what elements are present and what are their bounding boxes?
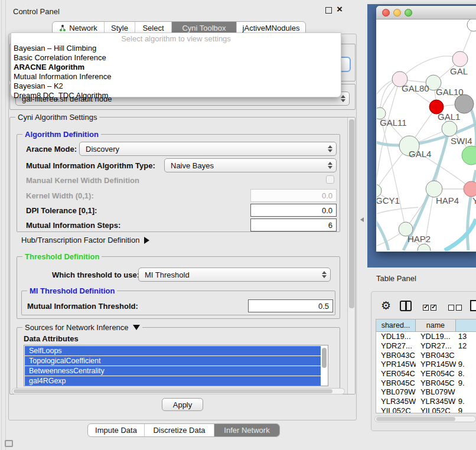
menu-item-dream8[interactable]: Dream8 DC_TDC Algorithm — [13, 91, 339, 100]
table-row[interactable]: YER054CYER054C8. — [376, 369, 476, 379]
left-gutter-line — [5, 0, 6, 450]
unselect-all-columns-icon[interactable] — [448, 302, 464, 313]
tab-label: Impute Data — [95, 426, 137, 435]
close-panel-icon[interactable]: × — [337, 4, 343, 15]
tab-label: Select — [142, 24, 164, 32]
close-window-icon[interactable] — [382, 9, 390, 17]
sources-title: Sources for Network Inference — [25, 323, 129, 332]
combo-arrows-icon — [322, 268, 327, 281]
tab-label: jActiveMNodules — [243, 24, 300, 32]
menu-item-basic-correlation[interactable]: Basic Correlation Inference — [13, 53, 339, 62]
table-row[interactable]: YPR145WYPR145W9. — [376, 360, 476, 369]
gear-icon[interactable]: ⚙ — [381, 299, 391, 312]
network-view-window: GAL GAL80 GAL10 GAL1 GAL11 SWI4 GAL4 GCY… — [376, 6, 476, 252]
sources-expander[interactable]: Sources for Network Inference — [22, 323, 142, 332]
data-attributes-label: Data Attributes — [24, 334, 79, 343]
node-unlabeled-bottom[interactable] — [418, 244, 431, 251]
which-threshold-combo[interactable]: MI Threshold — [138, 268, 331, 282]
manual-kernel-width-checkbox[interactable] — [326, 175, 334, 184]
manual-kernel-width-label: Manual Kernel Width Definition — [26, 176, 139, 185]
settings-scrollbar[interactable] — [347, 118, 355, 394]
network-canvas[interactable]: GAL GAL80 GAL10 GAL1 GAL11 SWI4 GAL4 GCY… — [377, 19, 476, 251]
mi-algorithm-type-value: Naive Bayes — [171, 161, 214, 170]
table-row[interactable]: YDL19...YDL19...13 — [376, 332, 476, 341]
node-label: GCY1 — [377, 195, 400, 206]
settings-hscrollbar-thumb[interactable] — [14, 389, 332, 393]
kernel-width-field[interactable]: 0.0 — [250, 189, 337, 202]
column-header-shared[interactable]: shared... — [376, 319, 416, 331]
aracne-mode-value: Discovery — [86, 145, 119, 154]
minimize-window-icon[interactable] — [393, 9, 401, 17]
which-threshold-value: MI Threshold — [145, 270, 190, 279]
node-label: GAL11 — [380, 118, 407, 128]
tab-label: Discretize Data — [153, 426, 205, 435]
zoom-window-icon[interactable] — [405, 9, 412, 17]
node-swi4[interactable] — [442, 121, 457, 136]
node-label: GAL10 — [436, 87, 464, 97]
apply-button[interactable]: Apply — [162, 398, 203, 411]
application-window: Control Panel × Network Style Select Cyn… — [0, 0, 476, 450]
data-attributes-list: SelfLoops TopologicalCoefficient Between… — [24, 345, 328, 386]
splitter-collapse-icon[interactable] — [360, 217, 364, 222]
table-row[interactable]: YBL079WYBL079W — [376, 387, 476, 397]
select-all-columns-icon[interactable] — [423, 302, 438, 313]
node-unlabeled-top[interactable] — [467, 19, 476, 31]
kernel-width-label: Kernel Width (0,1): — [26, 191, 94, 200]
dpi-tolerance-field[interactable]: 0.0 — [250, 204, 337, 217]
mi-threshold-label: Mutual Information Threshold: — [27, 302, 138, 311]
table-row[interactable]: YBR043CYBR043C — [376, 350, 476, 360]
table-row[interactable]: YIL052CYIL052C9 — [376, 406, 476, 414]
list-item-selfloops[interactable]: SelfLoops — [25, 346, 321, 356]
algorithm-combo-placeholder: Select algorithm to view settings — [11, 34, 341, 43]
tab-label: Cyni Toolbox — [182, 24, 226, 32]
mi-steps-field[interactable]: 6 — [250, 219, 337, 231]
list-item-topologicalcoefficient[interactable]: TopologicalCoefficient — [25, 356, 321, 366]
hub-transcription-expander[interactable]: Hub/Transcription Factor Definition — [21, 236, 149, 244]
combo-arrows-icon — [328, 159, 332, 172]
list-item-gal4rgexp[interactable]: gal4RGexp — [25, 376, 321, 386]
node-unlabeled-green[interactable] — [462, 146, 476, 165]
network-bright-edge — [445, 219, 476, 250]
list-item-betweennesscentrality[interactable]: BetweennessCentrality — [25, 366, 321, 376]
minimized-panel-icon[interactable] — [5, 440, 13, 447]
tab-label: Infer Network — [224, 426, 269, 435]
menu-item-bayesian-k2[interactable]: Bayesian – K2 — [13, 81, 339, 90]
node-label: GAL — [450, 66, 468, 76]
mi-threshold-field[interactable]: 0.5 — [248, 299, 333, 312]
aracne-mode-combo[interactable]: Discovery — [79, 142, 337, 156]
table-row[interactable]: YDR27...YDR27...12 — [376, 341, 476, 351]
node-gal[interactable] — [452, 51, 468, 67]
table-hscrollbar-thumb[interactable] — [376, 417, 455, 421]
mi-steps-label: Mutual Information Steps: — [26, 221, 120, 230]
tab-discretize-data[interactable]: Discretize Data — [145, 424, 214, 436]
expander-down-icon — [133, 325, 140, 330]
menu-item-bayesian-hill-climbing[interactable]: Bayesian – Hill Climbing — [13, 44, 339, 53]
node-label: GAL80 — [402, 83, 429, 93]
table-hscrollbar[interactable] — [374, 416, 476, 422]
table-row[interactable]: YBR045CYBR045C9. — [376, 378, 476, 387]
node-hap4[interactable] — [426, 181, 442, 197]
settings-hscrollbar[interactable] — [12, 388, 345, 394]
node-unlabeled-gray[interactable] — [455, 94, 474, 113]
new-table-icon[interactable] — [470, 300, 476, 311]
show-columns-icon[interactable] — [400, 301, 412, 311]
column-header-partial[interactable] — [456, 319, 476, 331]
tab-infer-network[interactable]: Infer Network — [214, 424, 279, 436]
menu-item-aracne[interactable]: ARACNE Algorithm — [13, 63, 339, 71]
tab-impute-data[interactable]: Impute Data — [88, 424, 145, 436]
hub-transcription-label: Hub/Transcription Factor Definition — [21, 236, 139, 244]
node-table: shared... name YDL19...YDL19...13 YDR27.… — [376, 319, 476, 413]
network-window-titlebar[interactable] — [376, 6, 476, 19]
network-icon — [59, 24, 66, 32]
node-label: SWI4 — [451, 136, 472, 146]
mi-algorithm-type-combo[interactable]: Naive Bayes — [164, 158, 337, 172]
menu-item-mutual-information[interactable]: Mutual Information Inference — [13, 72, 339, 81]
column-header-name[interactable]: name — [416, 319, 456, 331]
table-row[interactable]: YLR345WYLR345W9. — [376, 397, 476, 406]
list-scrollbar-thumb[interactable] — [322, 348, 327, 368]
float-panel-icon[interactable] — [325, 7, 332, 14]
combo-arrows-icon — [328, 142, 332, 155]
algorithm-dropdown-menu: Select algorithm to view settings Bayesi… — [11, 32, 341, 97]
settings-scrollbar-thumb[interactable] — [349, 119, 354, 308]
node-y[interactable] — [464, 181, 476, 197]
